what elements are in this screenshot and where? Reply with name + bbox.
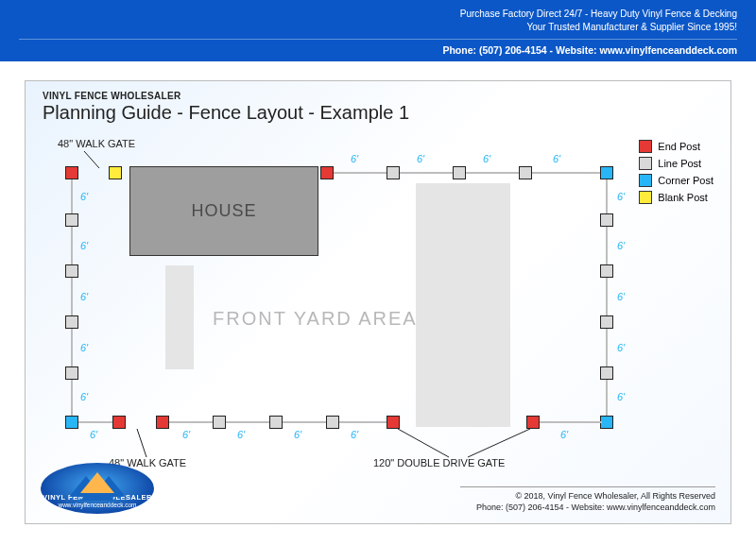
six-ft-label: 6' (617, 391, 625, 402)
line-post (387, 166, 400, 179)
end-post (320, 166, 334, 179)
six-ft-label: 6' (351, 429, 358, 440)
six-ft-label: 6' (80, 191, 88, 202)
company-logo: VINYL FENCE WHOLESALER www.vinylfenceand… (41, 463, 154, 514)
corner-post (65, 416, 78, 429)
leader-line (129, 429, 158, 459)
six-ft-label: 6' (617, 240, 625, 251)
corner-post (600, 416, 613, 429)
leader-line (77, 151, 114, 170)
six-ft-label: 6' (483, 153, 490, 164)
red-square-icon (639, 140, 652, 153)
six-ft-label: 6' (560, 429, 568, 440)
six-ft-label: 6' (417, 153, 424, 164)
six-ft-label: 6' (80, 391, 88, 402)
six-ft-label: 6' (182, 429, 190, 440)
fence-rail (540, 421, 602, 423)
legend-corner-post: Corner Post (639, 174, 713, 187)
legend-line-post: Line Post (639, 157, 713, 170)
corner-post (600, 166, 613, 179)
header-contact: Phone: (507) 206-4154 - Website: www.vin… (19, 43, 737, 58)
line-post (453, 166, 466, 179)
house-block: HOUSE (129, 166, 318, 256)
six-ft-label: 6' (617, 342, 625, 353)
end-post (387, 416, 400, 429)
six-ft-label: 6' (351, 153, 358, 164)
yellow-square-icon (639, 191, 652, 204)
legend-blank-post: Blank Post (639, 191, 713, 204)
copyright: © 2018, Vinyl Fence Wholesaler, All Righ… (460, 490, 715, 502)
footer-divider (460, 486, 715, 487)
top-header: Purchase Factory Direct 24/7 - Heavy Dut… (0, 0, 756, 61)
line-post (326, 416, 339, 429)
legend: End Post Line Post Corner Post Blank Pos… (639, 140, 713, 208)
six-ft-label: 6' (80, 240, 88, 251)
page-title: Planning Guide - Fence Layout - Example … (43, 102, 409, 124)
line-post (600, 213, 613, 227)
line-post (269, 416, 283, 429)
legend-end-post: End Post (639, 140, 713, 153)
header-line-1: Purchase Factory Direct 24/7 - Heavy Dut… (19, 8, 737, 21)
end-post (156, 416, 169, 429)
fence-rail (169, 421, 398, 423)
line-post (600, 264, 613, 278)
porch-block (165, 265, 194, 369)
six-ft-label: 6' (80, 342, 88, 353)
line-post (65, 315, 78, 329)
six-ft-label: 6' (553, 153, 560, 164)
footer: © 2018, Vinyl Fence Wholesaler, All Righ… (460, 486, 715, 514)
end-post (526, 416, 540, 429)
mountain-icon (80, 472, 114, 493)
six-ft-label: 6' (617, 191, 625, 202)
leader-lines (392, 429, 543, 461)
driveway-block (416, 183, 510, 427)
walk-gate-top-label: 48" WALK GATE (58, 138, 135, 149)
blue-square-icon (639, 174, 652, 187)
line-post (65, 366, 78, 380)
line-post (65, 213, 78, 227)
six-ft-label: 6' (80, 291, 88, 302)
six-ft-label: 6' (90, 429, 97, 440)
six-ft-label: 6' (237, 429, 245, 440)
line-post (213, 416, 226, 429)
diagram-frame: VINYL FENCE WHOLESALER Planning Guide - … (25, 80, 731, 524)
end-post (112, 416, 126, 429)
front-yard-label: FRONT YARD AREA (213, 308, 418, 330)
header-divider (19, 39, 737, 40)
gray-square-icon (639, 157, 652, 170)
fence-rail (78, 421, 116, 423)
six-ft-label: 6' (294, 429, 301, 440)
line-post (600, 315, 613, 329)
line-post (65, 264, 78, 278)
fence-rail (334, 172, 610, 174)
header-line-2: Your Trusted Manufacturer & Supplier Sin… (19, 21, 737, 34)
brand-name: VINYL FENCE WHOLESALER (43, 91, 180, 101)
footer-contact: Phone: (507) 206-4154 - Website: www.vin… (460, 502, 715, 514)
six-ft-label: 6' (617, 291, 625, 302)
line-post (519, 166, 532, 179)
line-post (600, 366, 613, 380)
fence-diagram: HOUSE FRONT YARD AREA 48" WALK GATE 6' 6… (71, 166, 638, 468)
